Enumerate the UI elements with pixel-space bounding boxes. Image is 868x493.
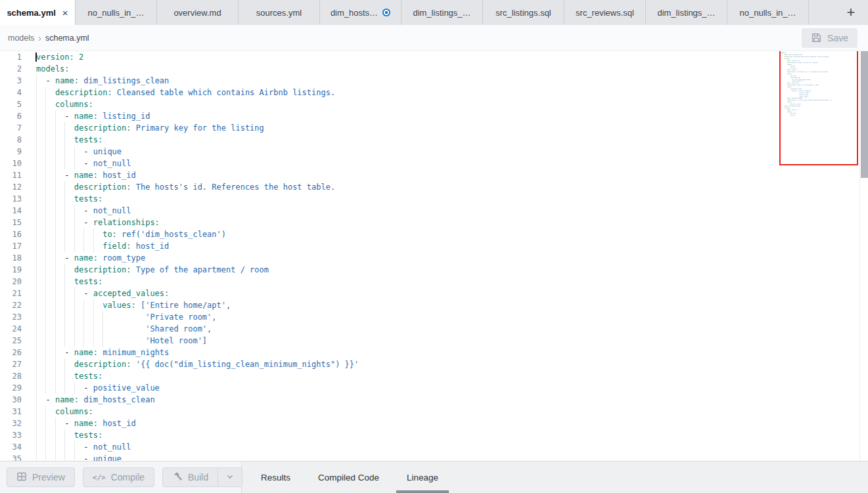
- build-split-button: Build: [162, 467, 242, 487]
- code-line[interactable]: 2models:: [0, 63, 868, 75]
- tab-label: src_listings.sql: [495, 8, 551, 18]
- dbt-ide-window: schema.yml×no_nulls_in_…overview.mdsourc…: [0, 0, 868, 493]
- code-line[interactable]: 10 - not_null: [0, 158, 868, 169]
- code-line[interactable]: 6 - name: listing_id: [0, 110, 868, 122]
- code-line[interactable]: 32 - name: host_id: [0, 418, 868, 429]
- breadcrumb-item-models[interactable]: models: [8, 33, 34, 43]
- code-line[interactable]: 35 - unique: [0, 453, 868, 461]
- code-line[interactable]: 25 'Hotel room']: [0, 335, 868, 347]
- code-line[interactable]: 33 tests:: [0, 429, 868, 441]
- code-line[interactable]: 22 values: ['Entire home/apt',: [0, 299, 868, 311]
- tab-label: dim_hosts…: [331, 8, 378, 18]
- build-button[interactable]: Build: [162, 467, 217, 487]
- tab-label: schema.yml: [7, 8, 55, 18]
- preview-button[interactable]: Preview: [7, 467, 75, 487]
- table-grid-icon: [16, 471, 27, 484]
- build-dropdown-button[interactable]: [217, 467, 242, 487]
- save-button-label: Save: [827, 33, 848, 43]
- tab-sources-yml[interactable]: sources.yml: [239, 0, 320, 25]
- compile-button-label: Compile: [111, 472, 145, 482]
- code-line[interactable]: 16 to: ref('dim_hosts_clean'): [0, 228, 868, 240]
- line-number: 20: [0, 276, 22, 288]
- chevron-down-icon: [225, 472, 235, 483]
- code-line[interactable]: 19 description: Type of the apartment / …: [0, 264, 868, 276]
- line-number: 2: [0, 63, 22, 75]
- code-line[interactable]: 9 - unique: [0, 146, 868, 158]
- tab-label: dim_listings_…: [657, 8, 715, 18]
- code-line[interactable]: 4 description: Cleansed table which cont…: [0, 87, 868, 98]
- tab-label: no_nulls_in_…: [87, 8, 144, 18]
- tab-no-nulls-in[interactable]: no_nulls_in_…: [727, 0, 809, 25]
- code-line[interactable]: 5 columns:: [0, 98, 868, 110]
- tab-overview-md[interactable]: overview.md: [157, 0, 239, 25]
- line-number: 25: [0, 335, 22, 347]
- tab-dim-listings[interactable]: dim_listings_…: [646, 0, 727, 25]
- tab-compiled-code[interactable]: Compiled Code: [318, 461, 379, 493]
- close-icon[interactable]: ×: [62, 8, 68, 18]
- line-number: 27: [0, 358, 22, 370]
- line-number: 24: [0, 323, 22, 335]
- tab-src-reviews-sql[interactable]: src_reviews.sql: [564, 0, 646, 25]
- code-line[interactable]: 26 - name: minimum_nights: [0, 347, 868, 358]
- line-number: 1: [0, 51, 22, 63]
- line-number: 26: [0, 347, 22, 358]
- code-line[interactable]: 14 - not_null: [0, 205, 868, 217]
- code-line[interactable]: 8 tests:: [0, 134, 868, 146]
- line-number: 17: [0, 240, 22, 252]
- breadcrumb-bar: models › schema.yml Save: [0, 25, 868, 51]
- new-tab-button[interactable]: +: [834, 0, 868, 25]
- line-number: 30: [0, 394, 22, 406]
- tab-schema-yml[interactable]: schema.yml×: [0, 0, 76, 25]
- code-line[interactable]: 31 columns:: [0, 406, 868, 418]
- code-line[interactable]: 28 tests:: [0, 370, 868, 382]
- code-line[interactable]: 12 description: The hosts's id. Referenc…: [0, 181, 868, 193]
- line-number: 29: [0, 382, 22, 394]
- save-button[interactable]: Save: [802, 28, 857, 48]
- code-line[interactable]: 20 tests:: [0, 276, 868, 288]
- tab-no-nulls-in[interactable]: no_nulls_in_…: [76, 0, 157, 25]
- line-number: 12: [0, 181, 22, 193]
- line-number: 23: [0, 311, 22, 323]
- code-line[interactable]: 30 - name: dim_hosts_clean: [0, 394, 868, 406]
- tab-label: sources.yml: [256, 8, 302, 18]
- code-line[interactable]: 1version: 2: [0, 51, 868, 63]
- vertical-scrollbar: [859, 51, 868, 461]
- minimap-content: 1version: 22models:3 - name: dim_listing…: [781, 51, 858, 116]
- floppy-disk-icon: [811, 32, 822, 43]
- code-line[interactable]: 27 description: '{{ doc("dim_listing_cle…: [0, 358, 868, 370]
- code-line[interactable]: 17 field: host_id: [0, 240, 868, 252]
- tab-lineage[interactable]: Lineage: [407, 461, 438, 493]
- breadcrumb-item-schema-yml: schema.yml: [45, 33, 89, 43]
- tab-results[interactable]: Results: [261, 461, 290, 493]
- line-number: 13: [0, 193, 22, 205]
- line-number: 16: [0, 228, 22, 240]
- code-line[interactable]: 7 description: Primary key for the listi…: [0, 122, 868, 134]
- compile-button[interactable]: </> Compile: [83, 467, 154, 487]
- code-line[interactable]: 34 - not_null: [0, 441, 868, 453]
- line-number: 34: [0, 441, 22, 453]
- code-line[interactable]: 29 - positive_value: [0, 382, 868, 394]
- code-line[interactable]: 15 - relationships:: [0, 217, 868, 228]
- code-line[interactable]: 24 'Shared room',: [0, 323, 868, 335]
- result-panel-tabs: Results Compiled Code Lineage: [261, 461, 438, 493]
- line-number: 15: [0, 217, 22, 228]
- line-number: 22: [0, 299, 22, 311]
- minimap[interactable]: 1version: 22models:3 - name: dim_listing…: [779, 51, 858, 165]
- tab-label: dim_listings_…: [413, 8, 470, 18]
- tab-label: src_reviews.sql: [576, 8, 634, 18]
- line-number: 7: [0, 122, 22, 134]
- code-line[interactable]: 21 - accepted_values:: [0, 288, 868, 299]
- code-line[interactable]: 3 - name: dim_listings_clean: [0, 75, 868, 87]
- tab-dim-hosts[interactable]: dim_hosts…: [320, 0, 401, 25]
- code-line[interactable]: 13 tests:: [0, 193, 868, 205]
- scrollbar-thumb[interactable]: [861, 51, 868, 178]
- code-line[interactable]: 18 - name: room_type: [0, 252, 868, 264]
- code-line[interactable]: 23 'Private room',: [0, 311, 868, 323]
- code-line[interactable]: 11 - name: host_id: [0, 169, 868, 181]
- line-number: 8: [0, 134, 22, 146]
- tab-src-listings-sql[interactable]: src_listings.sql: [483, 0, 564, 25]
- tab-dim-listings[interactable]: dim_listings_…: [401, 0, 483, 25]
- code-editor[interactable]: 1version: 22models:3 - name: dim_listing…: [0, 51, 868, 461]
- line-number: 9: [0, 146, 22, 158]
- hammer-icon: [172, 471, 183, 484]
